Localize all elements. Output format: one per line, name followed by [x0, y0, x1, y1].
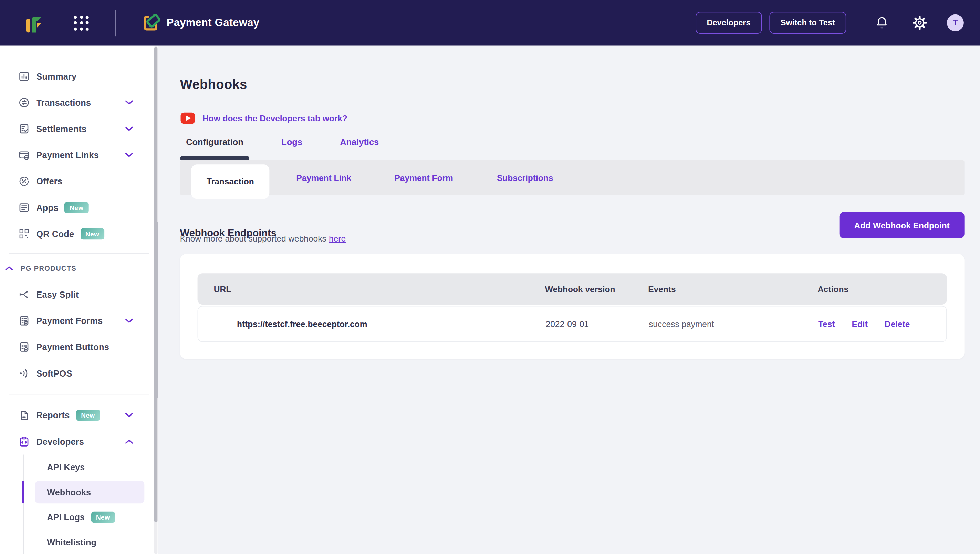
sidebar-divider: [9, 394, 149, 395]
sidebar-item-payment-buttons[interactable]: Payment Buttons: [0, 334, 158, 360]
table-row: https://testcf.free.beeceptor.com 2022-0…: [198, 306, 947, 342]
topbar-divider: [115, 10, 116, 36]
reports-icon: [19, 410, 29, 421]
add-webhook-endpoint-button[interactable]: Add Webhook Endpoint: [840, 212, 964, 238]
sidebar-item-settlements[interactable]: Settlements: [0, 116, 158, 142]
active-item-indicator: [22, 481, 24, 503]
new-badge: New: [65, 202, 89, 213]
developers-submenu: API Keys Webhooks API Logs New Whitelist…: [0, 455, 158, 554]
sidebar-scrollbar-thumb[interactable]: [154, 47, 158, 522]
sidebar-item-softpos[interactable]: SoftPOS: [0, 360, 158, 386]
tab-analytics[interactable]: Analytics: [334, 137, 384, 147]
section-subtitle: Know more about supported webhookshere: [180, 234, 346, 243]
payment-gateway-icon: [141, 13, 160, 32]
brand-logo-icon[interactable]: [25, 13, 43, 33]
page-title: Webhooks: [180, 77, 247, 92]
youtube-play-icon: [181, 113, 195, 124]
subtab-subscriptions[interactable]: Subscriptions: [475, 160, 575, 195]
settings-gear-icon[interactable]: [913, 16, 927, 30]
product-switcher[interactable]: Payment Gateway: [141, 13, 259, 32]
sidebar: Summary Transactions: [0, 46, 158, 554]
webhook-url: https://testcf.free.beeceptor.com: [198, 319, 546, 329]
sidebar-item-payment-links[interactable]: Payment Links: [0, 142, 158, 168]
user-avatar[interactable]: T: [947, 14, 964, 31]
sidebar-divider: [9, 253, 149, 254]
main-content: Webhooks How does the Developers tab wor…: [158, 46, 980, 554]
developers-icon: [19, 436, 29, 447]
supported-webhooks-link[interactable]: here: [329, 234, 346, 243]
main-tabs: Configuration Logs Analytics: [180, 137, 385, 158]
sidebar-item-webhooks[interactable]: Webhooks: [0, 480, 158, 505]
row-actions: Test Edit Delete: [818, 319, 946, 329]
sidebar-item-qr-code[interactable]: QR Code New: [0, 221, 158, 247]
sidebar-item-easy-split[interactable]: Easy Split: [0, 281, 158, 308]
topbar: Payment Gateway Developers Switch to Tes…: [0, 0, 980, 46]
column-header-events: Events: [648, 284, 818, 294]
sidebar-item-developers[interactable]: Developers: [0, 428, 158, 454]
qr-code-icon: [19, 228, 29, 240]
apps-grid-icon[interactable]: [74, 15, 89, 30]
payment-buttons-icon: [19, 342, 29, 353]
transactions-icon: [19, 97, 29, 108]
delete-action-link[interactable]: Delete: [885, 319, 910, 329]
sidebar-item-whitelisting[interactable]: Whitelisting: [0, 530, 158, 554]
webhooks-table-card: URL Webhook version Events Actions https…: [180, 254, 964, 359]
chevron-down-icon: [125, 318, 133, 324]
chevron-down-icon: [125, 413, 133, 418]
tab-logs[interactable]: Logs: [274, 137, 310, 147]
payment-links-icon: [19, 150, 29, 161]
edit-action-link[interactable]: Edit: [852, 319, 868, 329]
sidebar-section-pg-products[interactable]: PG PRODUCTS: [0, 258, 158, 279]
subtab-transaction[interactable]: Transaction: [191, 164, 269, 199]
chevron-down-icon: [125, 153, 133, 158]
subtab-payment-link[interactable]: Payment Link: [274, 160, 374, 195]
sidebar-item-api-keys[interactable]: API Keys: [0, 455, 158, 480]
chevron-up-icon: [5, 266, 13, 271]
sidebar-item-api-logs[interactable]: API Logs New: [0, 505, 158, 530]
test-action-link[interactable]: Test: [818, 319, 835, 329]
sidebar-item-apps[interactable]: Apps New: [0, 194, 158, 220]
new-badge: New: [76, 410, 100, 421]
chevron-up-icon: [125, 439, 133, 444]
chevron-down-icon: [125, 100, 133, 105]
table-header: URL Webhook version Events Actions: [198, 273, 947, 305]
sidebar-item-payment-forms[interactable]: Payment Forms: [0, 308, 158, 334]
column-header-actions: Actions: [818, 284, 947, 294]
column-header-webhook-version: Webhook version: [545, 284, 648, 294]
webhook-version: 2022-09-01: [546, 319, 649, 329]
sidebar-item-offers[interactable]: Offers: [0, 168, 158, 194]
offers-icon: [19, 176, 29, 187]
subtab-payment-form[interactable]: Payment Form: [374, 160, 474, 195]
column-header-url: URL: [198, 284, 545, 294]
new-badge: New: [80, 228, 104, 240]
chevron-down-icon: [125, 126, 133, 132]
easy-split-icon: [19, 289, 29, 300]
sidebar-item-transactions[interactable]: Transactions: [0, 89, 158, 116]
settlements-icon: [19, 123, 29, 135]
product-name: Payment Gateway: [167, 16, 259, 29]
switch-to-test-button[interactable]: Switch to Test: [769, 12, 846, 34]
webhook-events: success payment: [649, 319, 818, 329]
help-video-link[interactable]: How does the Developers tab work?: [181, 113, 347, 124]
bar-chart-icon: [19, 70, 29, 82]
tab-configuration[interactable]: Configuration: [180, 137, 249, 147]
softpos-icon: [19, 367, 29, 379]
notifications-bell-icon[interactable]: [875, 15, 889, 30]
sidebar-item-reports[interactable]: Reports New: [0, 402, 158, 428]
apps-icon: [19, 202, 29, 213]
sidebar-item-summary[interactable]: Summary: [0, 63, 158, 89]
active-tab-underline: [180, 156, 249, 160]
app-window: Payment Gateway Developers Switch to Tes…: [0, 0, 980, 554]
developers-nav-button[interactable]: Developers: [695, 12, 762, 34]
payment-forms-icon: [19, 315, 29, 327]
help-video-label: How does the Developers tab work?: [202, 113, 347, 123]
new-badge: New: [91, 512, 115, 523]
avatar-initial: T: [953, 18, 958, 27]
